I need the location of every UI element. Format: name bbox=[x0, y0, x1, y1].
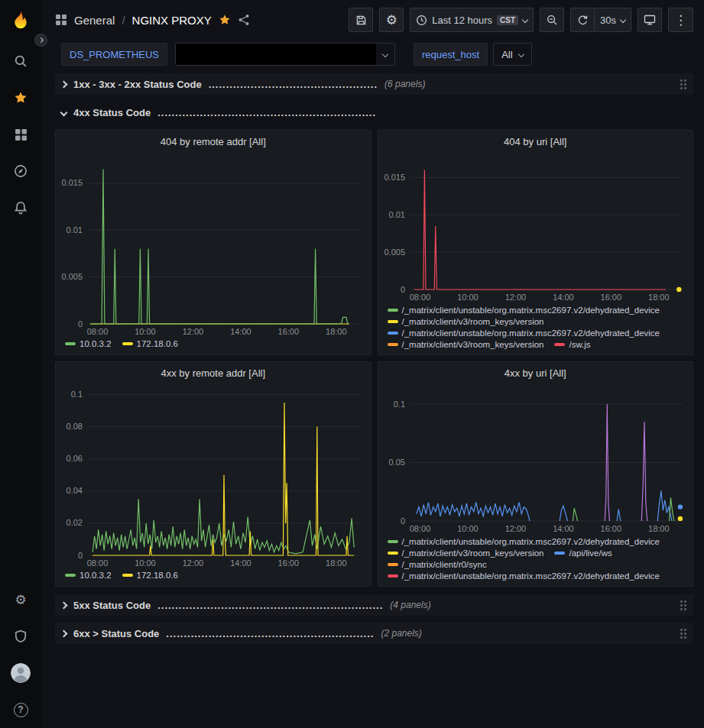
legend-item[interactable]: 172.18.0.6 bbox=[122, 571, 178, 580]
legend-item[interactable]: /_matrix/client/unstable/org.matrix.msc2… bbox=[388, 328, 660, 338]
gear-icon: ⚙ bbox=[386, 14, 397, 27]
zoom-out-button[interactable] bbox=[540, 8, 564, 32]
legend-item[interactable]: /_matrix/client/v3/room_keys/version bbox=[388, 317, 544, 326]
legend-swatch bbox=[65, 574, 76, 577]
legend-swatch bbox=[388, 320, 398, 323]
panel-title[interactable]: 4xx by uri [All] bbox=[378, 362, 693, 380]
grafana-logo[interactable] bbox=[9, 9, 32, 32]
more-options-button[interactable]: ⋮ bbox=[668, 8, 693, 32]
legend-swatch bbox=[554, 552, 565, 555]
svg-text:16:00: 16:00 bbox=[278, 558, 300, 568]
avatar bbox=[11, 663, 31, 683]
sidebar-item-starred[interactable] bbox=[2, 79, 39, 116]
chart-4xx-by-uri[interactable]: 00.050.108:0010:0012:0014:0016:0018:00 bbox=[378, 380, 693, 535]
row-dots: ........................................… bbox=[157, 107, 376, 118]
share-icon[interactable] bbox=[238, 14, 250, 26]
time-range-picker[interactable]: Last 12 hours CST bbox=[410, 8, 534, 32]
legend-label: /_matrix/client/unstable/org.matrix.msc2… bbox=[402, 328, 660, 338]
svg-text:14:00: 14:00 bbox=[553, 524, 574, 533]
legend-label: 10.0.3.2 bbox=[79, 571, 112, 580]
row-header-1xx-3xx-2xx[interactable]: 1xx - 3xx - 2xx Status Code ............… bbox=[55, 73, 693, 95]
legend-swatch bbox=[65, 342, 76, 345]
save-icon bbox=[355, 15, 367, 26]
sidebar-item-explore[interactable] bbox=[2, 153, 39, 189]
panel-title[interactable]: 404 by uri [All] bbox=[378, 131, 693, 149]
sidebar-item-help[interactable]: ? bbox=[2, 691, 39, 728]
refresh-interval-dropdown[interactable]: 30s bbox=[594, 8, 631, 32]
sidebar-item-admin[interactable] bbox=[2, 618, 39, 655]
legend-item[interactable]: /_matrix/client/unstable/org.matrix.msc2… bbox=[388, 571, 660, 581]
legend-label: /_matrix/client/unstable/org.matrix.msc2… bbox=[402, 306, 660, 315]
row-header-4xx[interactable]: 4xx Status Code ........................… bbox=[55, 102, 693, 123]
variable-value-datasource[interactable] bbox=[175, 43, 395, 66]
legend-swatch bbox=[388, 343, 398, 346]
legend-swatch bbox=[122, 574, 133, 577]
legend-item[interactable]: 10.0.3.2 bbox=[65, 339, 112, 348]
chevron-right-icon bbox=[60, 80, 68, 88]
panel-title[interactable]: 404 by remote addr [All] bbox=[56, 131, 371, 149]
navbar: General / NGINX PROXY ⚙ L bbox=[41, 0, 704, 40]
svg-text:18:00: 18:00 bbox=[326, 558, 347, 568]
grafana-flame-icon bbox=[10, 10, 31, 31]
navbar-actions: ⚙ Last 12 hours CST 30s bbox=[349, 8, 693, 32]
sidebar-item-search[interactable] bbox=[2, 43, 39, 79]
favorite-star-icon[interactable] bbox=[219, 14, 231, 26]
save-dashboard-button[interactable] bbox=[349, 8, 373, 32]
zoom-out-icon bbox=[547, 15, 558, 26]
svg-text:0.015: 0.015 bbox=[384, 173, 405, 182]
variable-label-datasource[interactable]: DS_PROMETHEUS bbox=[61, 43, 167, 66]
drag-handle-icon[interactable] bbox=[680, 628, 687, 639]
legend-item[interactable]: /api/live/ws bbox=[554, 548, 612, 558]
legend-item[interactable]: /_matrix/client/v3/room_keys/version bbox=[388, 340, 544, 349]
chevron-down-icon bbox=[620, 17, 626, 23]
legend-item[interactable]: 10.0.3.2 bbox=[65, 571, 112, 580]
svg-text:0.015: 0.015 bbox=[61, 178, 83, 187]
legend-label: /_matrix/client/v3/room_keys/version bbox=[402, 340, 544, 349]
svg-text:0: 0 bbox=[78, 551, 83, 560]
legend-item[interactable]: /_matrix/client/r0/sync bbox=[388, 560, 487, 569]
legend-item[interactable]: /_matrix/client/unstable/org.matrix.msc2… bbox=[388, 306, 660, 315]
main-area: General / NGINX PROXY ⚙ L bbox=[41, 0, 704, 728]
panel-4xx-by-uri: 4xx by uri [All] 00.050.108:0010:0012:00… bbox=[378, 361, 694, 587]
drag-handle-icon[interactable] bbox=[680, 600, 687, 610]
dashboard-title[interactable]: NGINX PROXY bbox=[132, 14, 212, 27]
chart-404-by-uri[interactable]: 00.0050.010.01508:0010:0012:0014:0016:00… bbox=[378, 149, 693, 304]
drag-handle-icon[interactable] bbox=[680, 79, 687, 89]
apps-grid-icon bbox=[55, 14, 67, 26]
legend-item[interactable]: 172.18.0.6 bbox=[122, 339, 178, 348]
row-title: 1xx - 3xx - 2xx Status Code bbox=[73, 79, 202, 90]
legend-swatch bbox=[388, 309, 398, 312]
legend-item[interactable]: /_matrix/client/v3/room_keys/version bbox=[388, 548, 544, 558]
dashboard-settings-button[interactable]: ⚙ bbox=[379, 8, 404, 32]
sidebar-item-profile[interactable] bbox=[2, 655, 39, 691]
sidebar-expand-button[interactable] bbox=[34, 34, 47, 47]
sidebar: ⚙ ? bbox=[0, 0, 41, 728]
row-header-5xx[interactable]: 5xx Status Code ........................… bbox=[55, 594, 693, 616]
legend-swatch bbox=[122, 342, 133, 345]
chevron-right-icon bbox=[38, 37, 44, 43]
legend: 10.0.3.2172.18.0.6 bbox=[56, 569, 371, 586]
chevron-down-icon bbox=[517, 51, 524, 57]
svg-text:0: 0 bbox=[400, 285, 404, 294]
sidebar-item-settings[interactable]: ⚙ bbox=[2, 581, 39, 618]
legend-item[interactable]: /sw.js bbox=[554, 340, 590, 349]
tv-mode-button[interactable] bbox=[637, 8, 662, 32]
chart-404-by-remote-addr[interactable]: 00.0050.010.01508:0010:0012:0014:0016:00… bbox=[56, 149, 371, 338]
refresh-icon bbox=[577, 15, 589, 26]
chart-4xx-by-remote-addr[interactable]: 00.020.040.060.080.108:0010:0012:0014:00… bbox=[56, 380, 371, 569]
variable-label-request-host[interactable]: request_host bbox=[414, 43, 488, 66]
refresh-button[interactable] bbox=[570, 8, 595, 32]
apps-grid-icon bbox=[15, 128, 28, 141]
sidebar-item-alerting[interactable] bbox=[2, 189, 39, 226]
row-header-6xx[interactable]: 6xx > Status Code ......................… bbox=[55, 623, 693, 644]
gear-icon: ⚙ bbox=[15, 594, 26, 607]
legend-item[interactable]: /_matrix/client/unstable/org.matrix.msc2… bbox=[388, 537, 660, 546]
star-icon bbox=[14, 91, 28, 105]
breadcrumb-section[interactable]: General bbox=[74, 14, 115, 27]
sidebar-item-dashboards[interactable] bbox=[2, 116, 39, 153]
panel-404-by-uri: 404 by uri [All] 00.0050.010.01508:0010:… bbox=[378, 130, 694, 355]
row-title: 6xx > Status Code bbox=[73, 628, 159, 639]
row-title: 4xx Status Code bbox=[73, 107, 151, 118]
panel-title[interactable]: 4xx by remote addr [All] bbox=[56, 362, 371, 380]
variable-value-request-host[interactable]: All bbox=[493, 43, 531, 66]
